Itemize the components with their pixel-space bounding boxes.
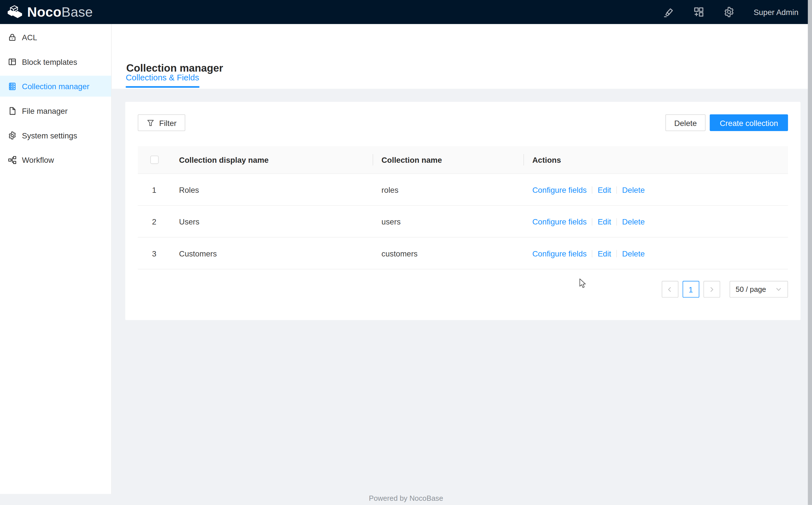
cell-name: customers (373, 249, 524, 258)
action-divider (616, 218, 617, 225)
action-divider (592, 218, 592, 225)
pagination-prev-button[interactable] (661, 281, 678, 298)
row-index: 2 (138, 217, 171, 225)
cell-display-name: Roles (171, 185, 373, 194)
configure-fields-link[interactable]: Configure fields (532, 217, 586, 225)
sidebar-item-label: ACL (22, 32, 37, 41)
delete-link[interactable]: Delete (622, 217, 645, 225)
nocobase-cube-icon (7, 5, 23, 19)
create-collection-label: Create collection (720, 118, 778, 127)
sidebar-item-label: File manager (22, 106, 67, 115)
cell-actions: Configure fieldsEditDelete (524, 185, 788, 194)
top-header: NocoBase (0, 0, 812, 24)
action-divider (616, 250, 617, 257)
cell-display-name: Users (171, 217, 373, 225)
lock-icon (8, 32, 17, 41)
table-row: 3 Customers customers Configure fieldsEd… (138, 237, 788, 270)
header-select-cell (138, 156, 171, 164)
chevron-left-icon (667, 287, 672, 292)
collections-card: Filter Delete Create collection Collecti… (125, 102, 801, 320)
action-divider (592, 250, 592, 257)
page-header: Collection manager Collections & Fields (112, 24, 812, 89)
sidebar-item-acl[interactable]: ACL (0, 27, 111, 47)
sidebar-item-block-templates[interactable]: Block templates (0, 51, 111, 72)
delete-button-label: Delete (674, 118, 697, 127)
layout-icon (8, 57, 17, 66)
sidebar: ACL Block templates (0, 24, 112, 494)
nocobase-logo[interactable]: NocoBase (7, 5, 93, 19)
main-area: Collection manager Collections & Fields … (112, 24, 812, 505)
page-size-value: 50 / page (736, 285, 766, 294)
pagination-next-button[interactable] (703, 281, 720, 298)
table-toolbar: Filter Delete Create collection (138, 114, 788, 131)
chevron-right-icon (709, 287, 715, 292)
table-row: 2 Users users Configure fieldsEditDelete (138, 206, 788, 238)
sidebar-item-workflow[interactable]: Workflow (0, 149, 111, 170)
database-icon (8, 82, 17, 91)
edit-link[interactable]: Edit (597, 217, 611, 225)
configure-fields-link[interactable]: Configure fields (532, 249, 586, 258)
action-divider (592, 186, 592, 194)
column-header-actions: Actions (524, 155, 788, 164)
sidebar-item-system-settings[interactable]: System settings (0, 125, 111, 146)
collections-table: Collection display name Collection name … (138, 146, 788, 269)
sidebar-item-label: Block templates (22, 57, 77, 66)
sidebar-item-label: Collection manager (22, 82, 89, 91)
edit-link[interactable]: Edit (597, 185, 611, 194)
logo-text: NocoBase (27, 5, 93, 19)
row-index: 3 (138, 249, 171, 258)
cell-actions: Configure fieldsEditDelete (524, 249, 788, 258)
delete-link[interactable]: Delete (622, 249, 645, 258)
filter-button[interactable]: Filter (138, 114, 185, 131)
delete-button[interactable]: Delete (665, 114, 706, 131)
filter-icon (147, 119, 155, 127)
action-divider (616, 186, 617, 194)
table-header-row: Collection display name Collection name … (138, 146, 788, 174)
configure-fields-link[interactable]: Configure fields (532, 185, 586, 194)
pagination-page-1[interactable]: 1 (683, 281, 699, 298)
chevron-down-icon (776, 286, 782, 293)
highlighter-icon[interactable] (663, 6, 674, 18)
vertical-scrollbar[interactable] (808, 0, 812, 505)
tab-bar: Collections & Fields (126, 73, 199, 88)
cell-actions: Configure fieldsEditDelete (524, 217, 788, 225)
powered-by-footer: Powered by NocoBase (0, 494, 812, 502)
delete-link[interactable]: Delete (622, 185, 645, 194)
create-collection-button[interactable]: Create collection (710, 114, 788, 131)
tab-collections-and-fields[interactable]: Collections & Fields (126, 73, 199, 88)
file-icon (8, 106, 17, 115)
gear-icon (8, 131, 17, 140)
workflow-icon (8, 155, 17, 164)
cell-name: roles (373, 185, 524, 194)
table-row: 1 Roles roles Configure fieldsEditDelete (138, 174, 788, 206)
sidebar-item-file-manager[interactable]: File manager (0, 100, 111, 121)
row-index: 1 (138, 185, 171, 194)
user-menu[interactable]: Super Admin (754, 8, 798, 16)
sidebar-item-collection-manager[interactable]: Collection manager (0, 75, 111, 97)
nocobase-app: NocoBase (0, 0, 812, 505)
logo-text-light: Base (61, 4, 93, 20)
select-all-checkbox[interactable] (150, 156, 159, 164)
header-actions: Super Admin (644, 6, 798, 18)
logo-text-bold: Noco (27, 4, 61, 20)
edit-link[interactable]: Edit (597, 249, 611, 258)
add-block-icon[interactable] (693, 6, 705, 18)
toolbar-right: Delete Create collection (661, 114, 788, 131)
cell-display-name: Customers (171, 249, 373, 258)
sidebar-item-label: Workflow (22, 155, 54, 164)
column-header-name: Collection name (373, 146, 524, 173)
page-size-select[interactable]: 50 / page (729, 281, 788, 298)
settings-icon[interactable] (724, 6, 735, 18)
column-header-display-name: Collection display name (171, 146, 373, 173)
pagination: 1 50 / page (138, 281, 788, 298)
sidebar-item-label: System settings (22, 131, 77, 140)
filter-button-label: Filter (159, 118, 177, 127)
cell-name: users (373, 217, 524, 225)
